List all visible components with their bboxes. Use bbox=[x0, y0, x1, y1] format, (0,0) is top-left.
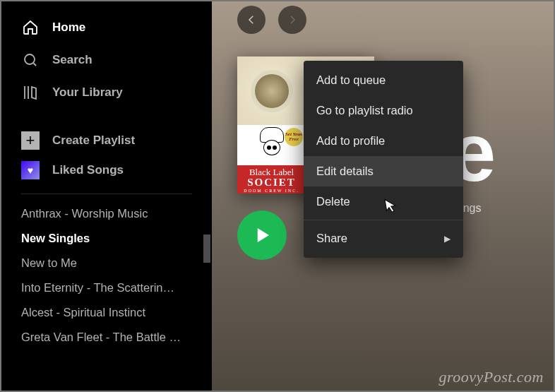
cover-band-script: Black Label bbox=[237, 167, 306, 177]
forward-button[interactable] bbox=[278, 6, 306, 34]
sidebar-divider bbox=[21, 194, 192, 194]
nav-search[interactable]: Search bbox=[7, 44, 206, 76]
ctx-delete[interactable]: Delete bbox=[304, 186, 463, 217]
action-label: Create Playlist bbox=[52, 133, 135, 148]
playlist-item[interactable]: New to Me bbox=[1, 251, 212, 275]
context-menu: Add to queue Go to playlist radio Add to… bbox=[304, 61, 463, 258]
sidebar-actions: + Create Playlist ♥ Liked Songs bbox=[1, 126, 212, 185]
playlist-item[interactable]: Into Eternity - The Scatterin… bbox=[1, 275, 212, 300]
ctx-edit-details[interactable]: Edit details bbox=[304, 156, 463, 186]
history-nav bbox=[237, 6, 306, 34]
cover-band-main: SOCIET bbox=[237, 177, 306, 189]
cover-band-sub: DOOM CREW INC. bbox=[237, 189, 306, 193]
home-icon bbox=[21, 18, 40, 37]
sidebar: Home Search Your Library + Create Playli… bbox=[1, 1, 212, 391]
app-window: Home Search Your Library + Create Playli… bbox=[0, 0, 555, 392]
heart-icon: ♥ bbox=[21, 161, 40, 179]
library-icon bbox=[21, 83, 40, 102]
playlist-item[interactable]: Anthrax - Worship Music bbox=[1, 201, 212, 226]
cover-tile: Set Yous Free Black Label SOCIET DOOM CR… bbox=[237, 125, 306, 194]
nav-section: Home Search Your Library bbox=[1, 11, 212, 109]
watermark: groovyPost.com bbox=[438, 368, 544, 386]
playlist-item[interactable]: New Singles bbox=[1, 226, 212, 251]
nav-label: Search bbox=[52, 53, 92, 67]
submenu-arrow-icon: ▶ bbox=[444, 234, 450, 244]
search-icon bbox=[21, 51, 40, 69]
create-playlist[interactable]: + Create Playlist bbox=[7, 126, 206, 155]
main-panel: Set Yous Free Black Label SOCIET DOOM CR… bbox=[212, 1, 554, 391]
plus-icon: + bbox=[21, 131, 40, 150]
ctx-playlist-radio[interactable]: Go to playlist radio bbox=[304, 95, 463, 126]
action-label: Liked Songs bbox=[52, 163, 124, 177]
playlist-list: Anthrax - Worship Music New Singles New … bbox=[1, 197, 212, 354]
playlist-item[interactable]: Alcest - Spiritual Instinct bbox=[1, 300, 212, 325]
ctx-label: Delete bbox=[316, 195, 350, 208]
cover-banner: Black Label SOCIET DOOM CREW INC. bbox=[237, 165, 306, 194]
ctx-add-to-profile[interactable]: Add to profile bbox=[304, 126, 463, 156]
nav-label: Your Library bbox=[52, 85, 123, 100]
playlist-item[interactable]: Greta Van Fleet - The Battle … bbox=[1, 325, 212, 350]
ctx-share[interactable]: Share ▶ bbox=[304, 223, 463, 254]
cover-art-icon bbox=[253, 127, 290, 167]
nav-library[interactable]: Your Library bbox=[7, 76, 206, 109]
cover-tile bbox=[237, 57, 306, 125]
nav-home[interactable]: Home bbox=[7, 11, 206, 44]
ctx-label: Add to profile bbox=[316, 134, 385, 148]
ctx-label: Add to queue bbox=[316, 73, 386, 87]
sidebar-scrollbar[interactable] bbox=[203, 234, 210, 263]
ctx-add-to-queue[interactable]: Add to queue bbox=[304, 65, 463, 95]
play-button[interactable] bbox=[237, 210, 287, 260]
ctx-separator bbox=[304, 220, 463, 220]
svg-point-0 bbox=[25, 54, 35, 64]
liked-songs[interactable]: ♥ Liked Songs bbox=[7, 155, 206, 185]
ctx-label: Go to playlist radio bbox=[316, 104, 413, 117]
ctx-label: Share bbox=[316, 232, 347, 245]
back-button[interactable] bbox=[237, 6, 265, 34]
ctx-label: Edit details bbox=[316, 165, 374, 178]
nav-label: Home bbox=[52, 20, 85, 35]
